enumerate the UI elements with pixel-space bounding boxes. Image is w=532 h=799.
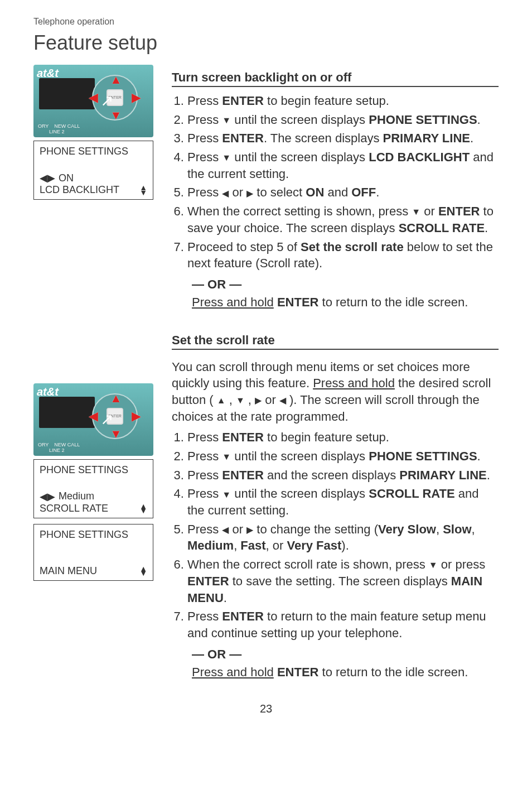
lcd-heading: PHONE SETTINGS (40, 146, 147, 157)
lcd-label: SCROLL RATE (40, 503, 108, 514)
steps-list: Press ENTER to begin feature setup. Pres… (172, 429, 499, 641)
page-number: 23 (33, 702, 499, 715)
right-triangle-icon: ▶ (255, 396, 262, 405)
after-or-text: Press and hold ENTER to return to the id… (192, 294, 499, 311)
phone-screen (39, 78, 95, 109)
down-triangle-icon: ▼ (222, 153, 231, 162)
step: Press ENTER to begin feature setup. (187, 93, 499, 109)
down-triangle-icon: ▼ (222, 116, 231, 125)
or-separator: — OR — (192, 277, 499, 292)
dpad: ENTER ▲ ▼ ◀ ▶ (92, 393, 138, 439)
phone-labels: ORY NEW CALL LINE 2 (38, 124, 80, 135)
left-right-indicator-icon: ◀▶ (40, 172, 55, 184)
steps-list: Press ENTER to begin feature setup. Pres… (172, 93, 499, 272)
step: Press ▼ until the screen displays LCD BA… (187, 149, 499, 182)
step: Press ◀ or ▶ to change the setting (Very… (187, 521, 499, 554)
up-arrow-icon: ▲ (110, 391, 122, 406)
lcd-label: MAIN MENU (40, 565, 97, 577)
right-arrow-icon: ▶ (132, 90, 141, 105)
right-triangle-icon: ▶ (246, 189, 253, 198)
step: Press ◀ or ▶ to select ON and OFF. (187, 184, 499, 201)
lcd-box-scroll: PHONE SETTINGS ◀▶ Medium SCROLL RATE ▲ ▼ (33, 459, 153, 518)
lcd-heading: PHONE SETTINGS (40, 464, 147, 476)
or-separator: — OR — (192, 647, 499, 662)
left-arrow-icon: ◀ (89, 409, 98, 423)
left-triangle-icon: ◀ (279, 396, 286, 405)
step: Press ▼ until the screen displays SCROLL… (187, 485, 499, 518)
down-triangle-icon: ▼ (412, 208, 420, 216)
section-heading-backlight: Turn screen backlight on or off (172, 70, 499, 85)
intro-text: You can scroll through menu items or set… (172, 359, 499, 425)
divider (172, 349, 499, 350)
right-triangle-icon: ▶ (246, 526, 253, 535)
divider (172, 86, 499, 87)
down-arrow-icon: ▼ (110, 427, 122, 441)
pointer-arrow-icon: ↗ (100, 92, 113, 110)
lcd-box-backlight: PHONE SETTINGS ◀▶ ON LCD BACKLIGHT ▲ ▼ (33, 141, 153, 200)
left-triangle-icon: ◀ (222, 189, 229, 198)
lcd-value: ON (59, 172, 74, 184)
lcd-box-main-menu: PHONE SETTINGS MAIN MENU ▲ ▼ (33, 524, 153, 581)
down-triangle-icon: ▼ (429, 561, 438, 570)
up-triangle-icon: ▲ (217, 396, 226, 405)
down-triangle-icon: ▼ (222, 453, 231, 461)
lcd-value: Medium (59, 490, 94, 502)
section-heading-scroll: Set the scroll rate (172, 333, 499, 348)
step: Press ENTER and the screen displays PRIM… (187, 467, 499, 484)
left-triangle-icon: ◀ (222, 526, 229, 535)
breadcrumb: Telephone operation (33, 17, 499, 27)
lcd-label: LCD BACKLIGHT (40, 184, 119, 196)
up-arrow-icon: ▲ (110, 73, 122, 87)
after-or-text: Press and hold ENTER to return to the id… (192, 664, 499, 681)
lcd-heading: PHONE SETTINGS (40, 529, 147, 541)
left-right-indicator-icon: ◀▶ (40, 490, 55, 503)
down-arrow-icon: ▼ (110, 108, 122, 123)
step: Press ENTER. The screen displays PRIMARY… (187, 130, 499, 147)
step: Proceed to step 5 of Set the scroll rate… (187, 239, 499, 272)
step: Press ENTER to return to the main featur… (187, 608, 499, 641)
right-arrow-icon: ▶ (132, 409, 141, 423)
left-arrow-icon: ◀ (89, 90, 98, 105)
up-down-indicator-icon: ▲ ▼ (139, 185, 147, 195)
down-triangle-icon: ▼ (236, 396, 245, 405)
up-down-indicator-icon: ▲ ▼ (139, 504, 147, 513)
step: Press ▼ until the screen displays PHONE … (187, 112, 499, 128)
phone-illustration: at&t ENTER ▲ ▼ ◀ ▶ ↗ ORY NEW CALL LINE 2 (33, 65, 153, 137)
pointer-arrow-icon: ↗ (100, 410, 113, 429)
step: When the correct setting is shown, press… (187, 203, 499, 236)
dpad: ENTER ▲ ▼ ◀ ▶ (92, 75, 138, 121)
up-down-indicator-icon: ▲ ▼ (139, 566, 147, 576)
step: Press ▼ until the screen displays PHONE … (187, 448, 499, 465)
phone-screen (39, 397, 95, 428)
page-title: Feature setup (33, 31, 499, 55)
step: When the correct scroll rate is shown, p… (187, 556, 499, 606)
step: Press ENTER to begin feature setup. (187, 429, 499, 446)
phone-illustration: at&t ENTER ▲ ▼ ◀ ▶ ↗ ORY NEW CALL LINE 2 (33, 383, 153, 456)
phone-labels: ORY NEW CALL LINE 2 (38, 442, 80, 454)
down-triangle-icon: ▼ (222, 490, 231, 499)
